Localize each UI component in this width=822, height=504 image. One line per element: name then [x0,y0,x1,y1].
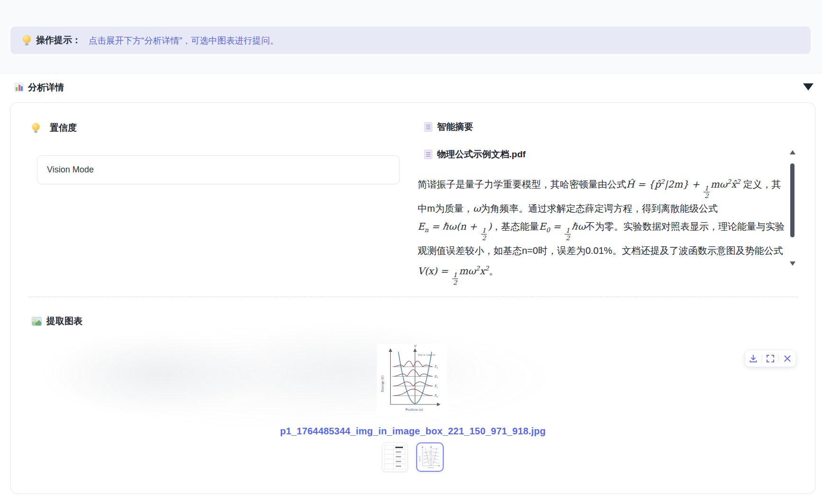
svg-text:Energy (E): Energy (E) [419,456,420,461]
svg-text:E1: E1 [438,459,439,460]
close-icon[interactable] [782,353,793,364]
svg-text:Position (x): Position (x) [405,408,423,412]
svg-text:E2: E2 [438,456,439,457]
page: 操作提示： 点击展开下方“分析详情”，可选中图表进行提问。 分析详情 置信度 V… [0,0,822,504]
summary-header: 智能摘要 [424,121,473,133]
details-header[interactable]: 分析详情 [0,81,822,97]
confidence-mode-value: Vision Mode [47,165,94,175]
svg-text:E1: E1 [434,384,438,388]
summary-text: 为角频率。通过求解定态薛定谔方程，得到离散能级公式 [481,203,718,214]
summary-text: ，基态能量 [492,221,539,232]
scroll-down-icon[interactable] [790,261,795,266]
summary-paragraph: 简谐振子是量子力学重要模型，其哈密顿量由公式Ĥ = {p̂2|2m} + 12m… [418,173,788,286]
summary-text: 。 [489,266,498,276]
charts-header: 提取图表 [32,315,82,327]
figure-toolbar [745,351,795,367]
lightbulb-icon [23,35,31,45]
tip-text[interactable]: 点击展开下方“分析详情”，可选中图表进行提问。 [89,35,279,46]
lightbulb-icon [32,123,39,133]
confidence-header: 置信度 [32,122,77,134]
svg-text:E2: E2 [434,375,438,378]
summary-doc-title: 物理公式示例文档.pdf [437,148,526,161]
tip-label: 操作提示： [36,34,81,46]
chart-filename-link[interactable]: p1_1764485344_img_in_image_box_221_150_9… [11,426,815,437]
document-icon [424,122,432,132]
tip-banner: 操作提示： 点击展开下方“分析详情”，可选中图表进行提问。 [10,27,811,54]
scrollbar-thumb[interactable] [790,163,795,237]
collapse-triangle-icon[interactable] [803,83,813,90]
svg-text:V(x) = ½mω²x²: V(x) = ½mω²x² [432,448,438,450]
summary-math: En = ℏω(n + 12) [418,221,492,232]
toolbar-divider [778,355,779,362]
summary-doc-header: 物理公式示例文档.pdf [424,148,526,161]
summary-math: E0 = 12ℏω [539,221,585,232]
svg-text:E0: E0 [438,462,439,464]
download-icon[interactable] [748,353,758,364]
svg-text:V: V [414,344,417,348]
faded-page-preview [30,309,722,433]
image-icon [32,317,42,326]
svg-text:V: V [430,445,432,447]
confidence-mode-box[interactable]: Vision Mode [37,155,400,184]
summary-scrollbar[interactable] [789,150,796,266]
chart-thumbnails: VEnergy (E)Position (x)V(x) = ½mω²x²E0E1… [11,442,815,472]
svg-text:E3: E3 [438,452,439,454]
summary-math: Ĥ = {p̂2|2m} + 12mω2x̂2 [626,179,740,190]
summary-math: V(x) = 12mω2x2 [418,265,489,277]
scroll-up-icon[interactable] [790,150,795,154]
svg-text:Position (x): Position (x) [428,467,434,468]
toolbar-divider [762,355,762,362]
charts-title: 提取图表 [46,315,82,327]
svg-text:E3: E3 [434,365,438,369]
details-title: 分析详情 [28,81,64,94]
summary-text: 简谐振子是量子力学重要模型，其哈密顿量由公式 [418,179,626,189]
section-divider [29,297,798,297]
svg-text:E0: E0 [434,394,438,397]
svg-text:V(x) = ½mω²x²: V(x) = ½mω²x² [418,353,436,356]
thumbnail-table[interactable] [382,442,408,472]
extracted-chart-figure[interactable]: VEnergy (E)Position (x)V(x) = ½mω²x²E0E1… [377,344,447,416]
bar-chart-icon [14,82,24,92]
summary-math: ω [473,203,481,214]
summary-title: 智能摘要 [437,121,473,133]
document-icon [424,150,432,159]
fullscreen-icon[interactable] [765,353,776,364]
thumbnail-chart-selected[interactable]: VEnergy (E)Position (x)V(x) = ½mω²x²E0E1… [416,442,444,472]
confidence-title: 置信度 [50,122,77,134]
analysis-card: 置信度 Vision Mode 智能摘要 物理公式示例文档.pdf 简谐振子是量… [10,102,815,494]
svg-text:Energy (E): Energy (E) [381,375,384,392]
